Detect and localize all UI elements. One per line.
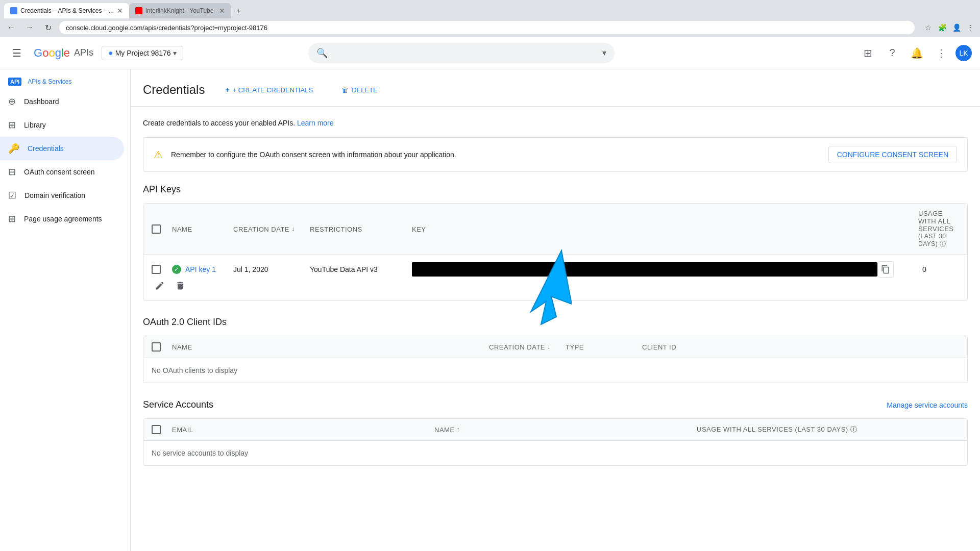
refresh-btn[interactable]: ↻ xyxy=(41,20,55,35)
page-content: Credentials + + CREATE CREDENTIALS 🗑 DEL… xyxy=(131,69,980,551)
sidebar-item-domain[interactable]: ☑ Domain verification xyxy=(0,184,124,207)
inactive-tab[interactable]: InterlinkKnight - YouTube ✕ xyxy=(129,3,231,18)
restrictions-col-header: Restrictions xyxy=(310,226,412,233)
google-text: Google xyxy=(34,46,70,60)
row-checkbox-cell xyxy=(152,265,172,274)
apis-label: APIs xyxy=(74,47,93,58)
svc-name-col[interactable]: Name ↑ xyxy=(434,426,697,434)
service-accounts-header-row: Service Accounts Manage service accounts xyxy=(143,399,968,410)
svc-select-all[interactable] xyxy=(152,425,161,434)
delete-btn[interactable]: 🗑 DELETE xyxy=(333,82,386,98)
warning-banner: ⚠ Remember to configure the OAuth consen… xyxy=(143,137,968,172)
usage-cell: 0 xyxy=(918,265,959,273)
help-btn[interactable]: ? xyxy=(882,43,902,63)
manage-service-accounts-link[interactable]: Manage service accounts xyxy=(887,401,968,409)
create-plus-icon: + xyxy=(225,86,229,94)
account-icon[interactable]: 👤 xyxy=(951,22,962,33)
warning-icon: ⚠ xyxy=(154,148,163,161)
svc-select-col xyxy=(152,425,172,434)
delete-icon: 🗑 xyxy=(341,86,349,94)
api-key-row: ✓ API key 1 Jul 1, 2020 YouTube Data API… xyxy=(143,255,967,300)
page-title: Credentials xyxy=(143,83,205,97)
search-input[interactable] xyxy=(334,49,596,57)
sidebar-item-oauth[interactable]: ⊟ OAuth consent screen xyxy=(0,160,124,184)
oauth-select-all[interactable] xyxy=(152,342,161,352)
forward-btn[interactable]: → xyxy=(22,20,37,35)
warning-text: Remember to configure the OAuth consent … xyxy=(171,151,820,159)
usage-col-header: Usage with all services (last 30 days) ⓘ xyxy=(918,210,959,248)
tab-title-2: InterlinkKnight - YouTube xyxy=(145,7,214,14)
oauth-icon: ⊟ xyxy=(8,166,16,178)
library-icon: ⊞ xyxy=(8,119,16,131)
sidebar-label-page-usage: Page usage agreements xyxy=(24,215,102,223)
avatar[interactable]: LK xyxy=(955,45,972,61)
creation-date-col-header[interactable]: Creation date ↓ xyxy=(233,226,310,233)
delete-btn-cell xyxy=(172,278,233,294)
api-badge: API APIs & Services xyxy=(0,73,130,90)
api-box: API xyxy=(8,78,21,86)
bookmark-icon[interactable]: ☆ xyxy=(923,22,933,33)
search-bar: 🔍 ▾ xyxy=(308,43,615,63)
dashboard-icon: ⊕ xyxy=(8,96,16,107)
sort-down-icon: ↓ xyxy=(291,226,295,233)
edit-btn-cell xyxy=(152,278,172,294)
select-all-col xyxy=(152,224,172,234)
copy-btn-cell xyxy=(877,261,918,278)
oauth-clientid-col: Client ID xyxy=(642,343,959,351)
svc-sort-icon: ↑ xyxy=(457,426,460,433)
api-keys-section-title: API Keys xyxy=(143,184,968,195)
notifications-btn[interactable]: 🔔 xyxy=(906,43,927,63)
sidebar-item-page-usage[interactable]: ⊞ Page usage agreements xyxy=(0,207,124,231)
service-accounts-section-title: Service Accounts xyxy=(143,399,213,410)
delete-key-btn[interactable] xyxy=(172,278,188,294)
oauth-table-header: Name Creation date ↓ Type Client ID xyxy=(143,336,967,358)
top-bar: ☰ Google APIs ● My Project 98176 ▾ 🔍 ▾ ⊞… xyxy=(0,37,980,69)
address-url: console.cloud.google.com/apis/credential… xyxy=(66,24,267,32)
sidebar-label-domain: Domain verification xyxy=(24,191,85,199)
tab-close-btn-2[interactable]: ✕ xyxy=(219,7,225,15)
oauth-table: Name Creation date ↓ Type Client ID No O… xyxy=(143,336,968,383)
back-btn[interactable]: ← xyxy=(4,20,18,35)
api-key-name[interactable]: API key 1 xyxy=(185,265,216,273)
edit-icon xyxy=(155,281,165,291)
key-col-header: Key xyxy=(412,226,877,233)
row-checkbox[interactable] xyxy=(152,265,161,274)
svc-usage-col: Usage with all services (last 30 days) ⓘ xyxy=(697,425,959,434)
key-name-cell: ✓ API key 1 xyxy=(172,265,233,274)
apis-services-label: APIs & Services xyxy=(28,78,71,85)
project-dropdown-icon: ▾ xyxy=(173,49,177,57)
hamburger-menu[interactable]: ☰ xyxy=(8,43,26,63)
oauth-section-title: OAuth 2.0 Client IDs xyxy=(143,317,968,328)
oauth-select-col xyxy=(152,342,172,352)
address-bar[interactable]: console.cloud.google.com/apis/credential… xyxy=(59,21,915,34)
edit-key-btn[interactable] xyxy=(152,278,168,294)
project-selector[interactable]: ● My Project 98176 ▾ xyxy=(102,46,183,60)
create-credentials-btn[interactable]: + + CREATE CREDENTIALS xyxy=(217,82,321,98)
api-keys-table: Name Creation date ↓ Restrictions Key Us… xyxy=(143,203,968,300)
more-options-icon[interactable]: ⋮ xyxy=(966,22,976,33)
tab-close-btn[interactable]: ✕ xyxy=(117,7,123,15)
sidebar-label-library: Library xyxy=(24,121,46,129)
project-icon: ● xyxy=(108,48,113,58)
configure-consent-btn[interactable]: CONFIGURE CONSENT SCREEN xyxy=(828,146,957,163)
new-tab-btn[interactable]: + xyxy=(231,4,246,18)
copy-key-btn[interactable] xyxy=(877,261,894,278)
key-value-box xyxy=(412,262,877,277)
select-all-checkbox[interactable] xyxy=(152,224,161,234)
page-header: Credentials + + CREATE CREDENTIALS 🗑 DEL… xyxy=(131,69,980,107)
sidebar-item-dashboard[interactable]: ⊕ Dashboard xyxy=(0,90,124,113)
extension-icon[interactable]: 🧩 xyxy=(937,22,947,33)
restrictions-cell: YouTube Data API v3 xyxy=(310,265,412,273)
service-empty-row: No service accounts to display xyxy=(143,441,967,465)
sidebar-item-library[interactable]: ⊞ Library xyxy=(0,113,124,137)
active-tab[interactable]: Credentials – APIs & Services – ... ✕ xyxy=(4,3,129,18)
sidebar-item-credentials[interactable]: 🔑 Credentials xyxy=(0,137,124,160)
tab-favicon-youtube xyxy=(135,7,142,14)
project-name: My Project 98176 xyxy=(115,49,171,57)
grid-apps-btn[interactable]: ⊞ xyxy=(857,43,878,63)
oauth-date-col[interactable]: Creation date ↓ xyxy=(489,343,566,351)
more-vert-btn[interactable]: ⋮ xyxy=(931,43,951,63)
copy-icon xyxy=(881,265,890,274)
learn-more-link[interactable]: Learn more xyxy=(297,119,334,127)
search-dropdown-icon[interactable]: ▾ xyxy=(602,48,606,58)
